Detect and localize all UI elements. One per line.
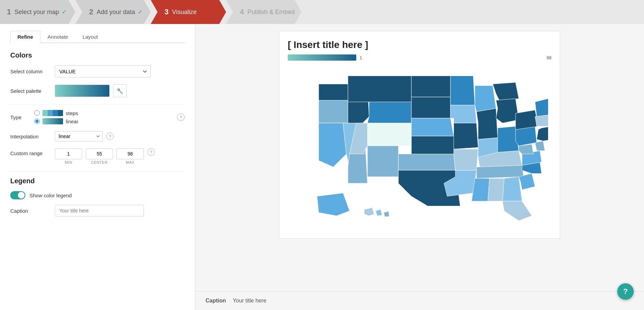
state-ga (503, 177, 522, 201)
right-panel: [ Insert title here ] 1 98 (195, 24, 644, 310)
step-4-label: Publish & Embed (247, 9, 295, 16)
column-row: Select column VALUE (10, 65, 185, 77)
state-ny (516, 110, 538, 129)
state-wv (519, 144, 534, 154)
step-4[interactable]: 4 Publish & Embed (226, 0, 301, 24)
custom-range-label: Custom range (10, 148, 55, 156)
type-help-icon[interactable]: ? (177, 113, 185, 121)
palette-label: Select palette (10, 88, 55, 94)
left-panel: Refine Annotate Layout Colors Select col… (0, 24, 195, 310)
type-label: Type (10, 114, 34, 120)
legend-bar (288, 54, 356, 61)
step-1-number: 1 (7, 8, 11, 16)
tab-annotate[interactable]: Annotate (40, 31, 75, 43)
type-linear-radio[interactable] (34, 119, 40, 124)
type-linear: linear (34, 118, 174, 124)
state-mi-upper (493, 83, 519, 100)
state-md (535, 141, 545, 151)
interpolation-select[interactable]: linear quantile jenks (55, 131, 103, 141)
divider-2 (10, 171, 185, 172)
map-title: [ Insert title here ] (288, 39, 552, 50)
type-steps-radio[interactable] (34, 110, 40, 116)
toggle-row: Show color legend (10, 191, 185, 199)
state-hi-2 (376, 209, 382, 216)
column-select[interactable]: VALUE (55, 65, 151, 77)
step-2-label: Add your data (97, 9, 135, 16)
main-layout: Refine Annotate Layout Colors Select col… (0, 24, 644, 310)
range-max-input[interactable] (116, 148, 144, 159)
step-3-number: 3 (164, 8, 169, 16)
state-mn (450, 76, 475, 106)
interpolation-label: Interpolation (10, 134, 55, 139)
state-ok (398, 154, 455, 171)
range-help-icon[interactable]: ? (147, 148, 155, 156)
step-1-check: ✓ (62, 8, 67, 16)
state-hi-3 (384, 211, 389, 217)
tab-bar: Refine Annotate Layout (10, 31, 185, 43)
state-hi-1 (364, 208, 374, 216)
range-min-label: MIN (65, 160, 72, 164)
type-row: Type steps linear ? (10, 110, 185, 124)
range-min-input[interactable] (55, 148, 82, 159)
step-4-number: 4 (240, 8, 244, 16)
range-center-input[interactable] (86, 148, 113, 159)
state-ks (411, 136, 454, 154)
us-map-svg (288, 66, 548, 229)
type-steps: steps (34, 110, 174, 116)
legend-title: Legend (10, 177, 185, 185)
state-al (488, 178, 504, 201)
caption-label: Caption (10, 208, 55, 214)
step-2-number: 2 (89, 8, 93, 16)
state-ca (319, 123, 346, 167)
state-wi (475, 86, 496, 112)
tab-layout[interactable]: Layout (75, 31, 105, 43)
state-tn (476, 165, 524, 178)
palette-control: ▼ 🔧 (55, 84, 127, 97)
bottom-bar: Caption Your title here (195, 291, 644, 310)
state-ne (411, 118, 454, 136)
stepper: 1 Select your map ✓ 2 Add your data ✓ 3 … (0, 0, 644, 24)
caption-input[interactable] (55, 205, 144, 216)
step-1-label: Select your map (14, 9, 59, 16)
range-max-group: MAX (116, 148, 144, 164)
linear-gradient-icon (42, 118, 63, 124)
state-ia (450, 105, 476, 123)
wrench-button[interactable]: 🔧 (113, 84, 127, 97)
caption-row: Caption (10, 205, 185, 216)
legend-section: Legend Show color legend Caption (10, 177, 185, 216)
state-ne-small (535, 115, 548, 126)
tab-refine[interactable]: Refine (10, 31, 40, 43)
help-bubble[interactable]: ? (617, 283, 634, 300)
state-sd (411, 97, 450, 118)
divider-1 (10, 104, 185, 104)
state-ms (472, 178, 490, 201)
state-mo (454, 123, 478, 149)
range-center-label: CENTER (91, 160, 108, 164)
interpolation-row: Interpolation linear quantile jenks ? (10, 131, 185, 141)
state-ar (454, 149, 478, 170)
legend-max: 98 (547, 55, 552, 60)
steps-gradient-icon (42, 110, 63, 116)
colors-title: Colors (10, 51, 185, 59)
state-ak (317, 193, 350, 216)
state-ne-group (535, 99, 548, 116)
state-nm (368, 146, 398, 177)
map-container: [ Insert title here ] 1 98 (279, 31, 560, 239)
state-fl (503, 201, 532, 221)
step-2[interactable]: 2 Add your data ✓ (75, 0, 151, 24)
state-nj (537, 126, 548, 141)
state-wy (368, 102, 411, 123)
step-1[interactable]: 1 Select your map ✓ (0, 0, 75, 24)
step-3[interactable]: 3 Visualize (151, 0, 226, 24)
palette-preview[interactable]: ▼ (55, 85, 110, 97)
interpolation-help-icon[interactable]: ? (106, 133, 114, 140)
range-inputs: MIN CENTER MAX (55, 148, 144, 164)
range-center-group: CENTER (86, 148, 113, 164)
step-2-check: ✓ (138, 8, 143, 16)
type-steps-label: steps (66, 110, 78, 116)
show-legend-toggle[interactable] (10, 191, 25, 199)
step-3-label: Visualize (172, 9, 197, 16)
bottom-caption-label: Caption (206, 298, 226, 304)
bottom-title-text: Your title here (233, 298, 267, 304)
state-co (368, 123, 411, 146)
